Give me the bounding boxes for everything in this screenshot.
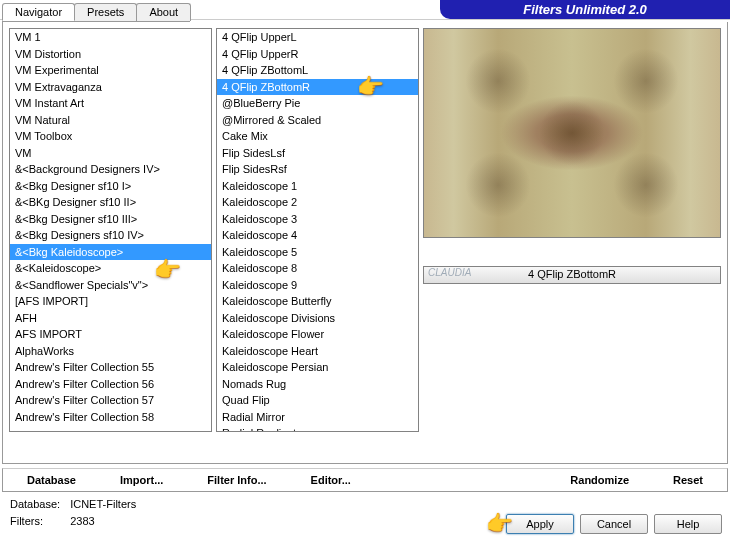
category-item[interactable]: VM [10,145,211,162]
category-item[interactable]: &<Background Designers IV> [10,161,211,178]
category-item[interactable]: &<Sandflower Specials"v"> [10,277,211,294]
watermark: CLAUDIA [428,267,471,278]
filter-item[interactable]: 4 QFlip ZBottomL [217,62,418,79]
filter-name-label: 4 QFlip ZBottomR [528,268,616,280]
filter-info-button[interactable]: Filter Info... [189,472,284,488]
filter-item[interactable]: 4 QFlip UpperL [217,29,418,46]
filter-item[interactable]: Kaleidoscope 9 [217,277,418,294]
tab-navigator[interactable]: Navigator [2,3,75,21]
main-panel: VM 1VM DistortionVM ExperimentalVM Extra… [2,22,728,464]
category-item[interactable]: VM Extravaganza [10,79,211,96]
category-item[interactable]: VM Toolbox [10,128,211,145]
filter-item[interactable]: Flip SidesLsf [217,145,418,162]
dialog-buttons: Apply Cancel Help [506,514,722,534]
category-list[interactable]: VM 1VM DistortionVM ExperimentalVM Extra… [9,28,212,432]
category-item[interactable]: &<Bkg Kaleidoscope> [10,244,211,261]
category-item[interactable]: Andrew's Filter Collection 56 [10,376,211,393]
filter-item[interactable]: 4 QFlip ZBottomR [217,79,418,96]
preview-image [424,29,720,237]
status-filters-label: Filters: [10,514,68,529]
category-item[interactable]: Andrew's Filter Collection 55 [10,359,211,376]
database-button[interactable]: Database [9,472,94,488]
filter-item[interactable]: Radial Replicate [217,425,418,432]
category-item[interactable]: VM Instant Art [10,95,211,112]
category-item[interactable]: &<BKg Designer sf10 II> [10,194,211,211]
filter-item[interactable]: Kaleidoscope 5 [217,244,418,261]
category-item[interactable]: VM Experimental [10,62,211,79]
category-item[interactable]: &<Bkg Designers sf10 IV> [10,227,211,244]
category-item[interactable]: VM Distortion [10,46,211,63]
status-filters-value: 2383 [70,514,136,529]
filter-item[interactable]: Kaleidoscope 2 [217,194,418,211]
category-item[interactable]: &<Kaleidoscope> [10,260,211,277]
cancel-button[interactable]: Cancel [580,514,648,534]
preview-box [423,28,721,238]
reset-button[interactable]: Reset [655,472,721,488]
category-item[interactable]: Andrew's Filter Collection 57 [10,392,211,409]
filter-item[interactable]: Cake Mix [217,128,418,145]
editor-button[interactable]: Editor... [293,472,369,488]
filter-item[interactable]: 4 QFlip UpperR [217,46,418,63]
filter-item[interactable]: Nomads Rug [217,376,418,393]
category-item[interactable]: [AFS IMPORT] [10,293,211,310]
filter-item[interactable]: Kaleidoscope 1 [217,178,418,195]
category-item[interactable]: VM Natural [10,112,211,129]
filter-item[interactable]: Kaleidoscope 8 [217,260,418,277]
category-item[interactable]: &<Bkg Designer sf10 III> [10,211,211,228]
filter-list[interactable]: 4 QFlip UpperL4 QFlip UpperR4 QFlip ZBot… [216,28,419,432]
preview-pane: CLAUDIA 4 QFlip ZBottomR [423,28,721,457]
filter-item[interactable]: Kaleidoscope Butterfly [217,293,418,310]
filter-item[interactable]: Kaleidoscope Heart [217,343,418,360]
category-item[interactable]: Andrew's Filter Collection 58 [10,409,211,426]
filter-item[interactable]: Kaleidoscope 4 [217,227,418,244]
filter-item[interactable]: @BlueBerry Pie [217,95,418,112]
filter-item[interactable]: Kaleidoscope Divisions [217,310,418,327]
filter-item[interactable]: Kaleidoscope Persian [217,359,418,376]
import-button[interactable]: Import... [102,472,181,488]
category-item[interactable]: AFS IMPORT [10,326,211,343]
filter-name-bar: CLAUDIA 4 QFlip ZBottomR [423,266,721,284]
filter-item[interactable]: Kaleidoscope Flower [217,326,418,343]
category-item[interactable]: AFH [10,310,211,327]
toolbar: Database Import... Filter Info... Editor… [2,468,728,492]
category-item[interactable]: AlphaWorks [10,343,211,360]
status-database-label: Database: [10,497,68,512]
randomize-button[interactable]: Randomize [552,472,647,488]
filter-item[interactable]: Flip SidesRsf [217,161,418,178]
tab-presets[interactable]: Presets [74,3,137,21]
apply-button[interactable]: Apply [506,514,574,534]
status-area: Database:ICNET-Filters Filters:2383 [8,495,138,531]
status-database-value: ICNET-Filters [70,497,136,512]
tab-about[interactable]: About [136,3,191,21]
category-item[interactable]: VM 1 [10,29,211,46]
filter-item[interactable]: Quad Flip [217,392,418,409]
filter-item[interactable]: @Mirrored & Scaled [217,112,418,129]
tab-row: Navigator Presets About [2,3,190,22]
filter-item[interactable]: Kaleidoscope 3 [217,211,418,228]
category-item[interactable]: &<Bkg Designer sf10 I> [10,178,211,195]
help-button[interactable]: Help [654,514,722,534]
app-title: Filters Unlimited 2.0 [440,0,730,19]
filter-item[interactable]: Radial Mirror [217,409,418,426]
